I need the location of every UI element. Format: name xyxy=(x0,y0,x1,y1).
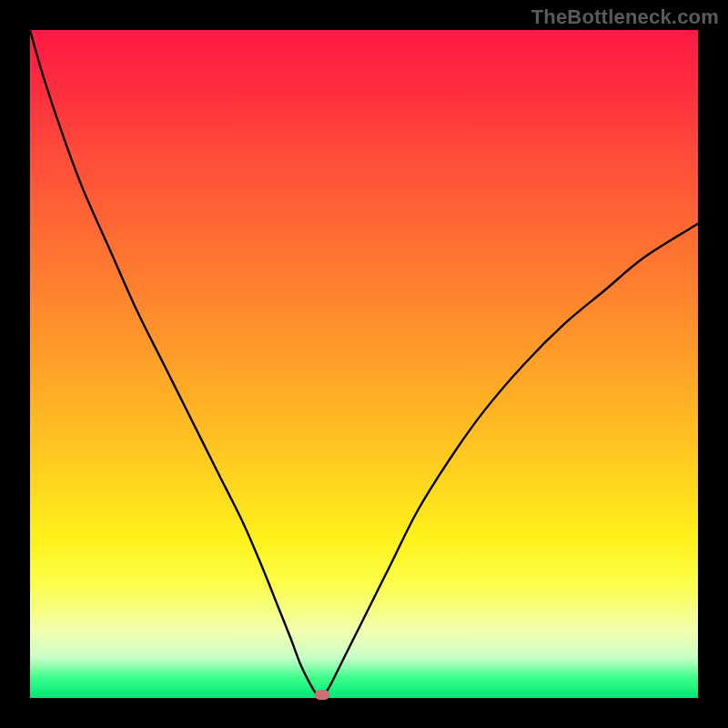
plot-area xyxy=(30,30,698,698)
chart-frame: TheBottleneck.com xyxy=(0,0,728,728)
watermark-text: TheBottleneck.com xyxy=(531,5,719,29)
optimal-marker xyxy=(315,690,329,700)
bottleneck-curve xyxy=(30,30,698,698)
